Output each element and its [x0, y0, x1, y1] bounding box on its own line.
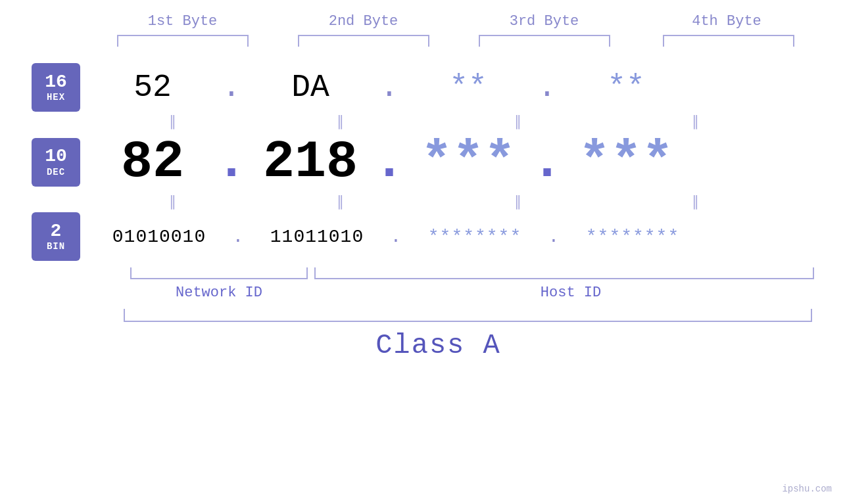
byte1-label: 1st Byte [92, 13, 273, 30]
network-id-label: Network ID [124, 285, 314, 301]
host-id-bracket [314, 267, 814, 279]
watermark: ipshu.com [782, 484, 832, 494]
dec-b2: 218 [251, 132, 370, 192]
hex-row: 16 HEX 52 . DA . ** . ** [32, 63, 845, 112]
top-brackets [0, 35, 794, 47]
header-row: 1st Byte 2nd Byte 3rd Byte 4th Byte [0, 13, 845, 30]
dec-badge-number: 10 [45, 147, 67, 167]
bin-b3: ******** [409, 227, 541, 247]
content-area: 16 HEX 52 . DA . ** . ** ∥ ∥ ∥ ∥ 10 [0, 53, 845, 361]
dec-sep2: . [370, 132, 409, 192]
dec-sep3: . [527, 132, 567, 192]
eq2-b1: ∥ [93, 193, 251, 211]
dec-sep1: . [212, 132, 251, 192]
dec-row: 10 DEC 82 . 218 . *** . *** [32, 132, 845, 192]
host-id-label: Host ID [321, 285, 821, 301]
bin-badge: 2 BIN [32, 212, 80, 261]
class-label: Class A [32, 330, 845, 361]
eq2-b3: ∥ [429, 193, 606, 211]
hex-sep3: . [527, 70, 567, 105]
dec-b4: *** [567, 132, 685, 192]
class-bracket [124, 309, 812, 322]
dec-b3: *** [409, 132, 527, 192]
eq1-b2: ∥ [251, 113, 429, 131]
bin-values: 01010010 . 11011010 . ******** . *******… [93, 227, 845, 247]
hex-sep1: . [212, 70, 251, 105]
hex-b2: DA [251, 70, 370, 105]
bin-row: 2 BIN 01010010 . 11011010 . ******** . *… [32, 212, 845, 261]
id-labels-row: Network ID Host ID [32, 285, 845, 301]
eq2-b2: ∥ [251, 193, 429, 211]
bottom-brackets [32, 267, 845, 279]
bin-sep3: . [541, 227, 567, 247]
bin-badge-number: 2 [51, 221, 62, 242]
dec-b1: 82 [93, 132, 212, 192]
byte2-label: 2nd Byte [273, 13, 454, 30]
dec-values: 82 . 218 . *** . *** [93, 132, 845, 192]
byte3-label: 3rd Byte [454, 13, 635, 30]
bin-b4: ******** [567, 227, 698, 247]
bracket-byte2 [298, 35, 429, 47]
bracket-byte4 [663, 35, 794, 47]
hex-sep2: . [370, 70, 409, 105]
main-container: 1st Byte 2nd Byte 3rd Byte 4th Byte 16 H… [0, 0, 845, 504]
bin-badge-label: BIN [47, 241, 65, 252]
hex-badge: 16 HEX [32, 63, 80, 112]
bracket-byte3 [479, 35, 610, 47]
hex-values: 52 . DA . ** . ** [93, 70, 845, 105]
network-id-bracket [130, 267, 308, 279]
hex-badge-label: HEX [47, 92, 65, 103]
equals-row-2: ∥ ∥ ∥ ∥ [32, 193, 845, 211]
bin-sep1: . [225, 227, 251, 247]
dec-badge: 10 DEC [32, 138, 80, 187]
hex-b1: 52 [93, 70, 212, 105]
eq1-b3: ∥ [429, 113, 606, 131]
bin-b2: 11011010 [251, 227, 383, 247]
hex-b4: ** [567, 70, 685, 105]
class-section: Class A [32, 309, 845, 361]
hex-b3: ** [409, 70, 527, 105]
eq2-b4: ∥ [606, 193, 784, 211]
eq1-b1: ∥ [93, 113, 251, 131]
equals-row-1: ∥ ∥ ∥ ∥ [32, 113, 845, 131]
hex-badge-number: 16 [45, 72, 67, 93]
bin-sep2: . [383, 227, 409, 247]
eq1-b4: ∥ [606, 113, 784, 131]
bracket-byte1 [117, 35, 249, 47]
bin-b1: 01010010 [93, 227, 225, 247]
byte4-label: 4th Byte [635, 13, 819, 30]
dec-badge-label: DEC [47, 167, 65, 177]
